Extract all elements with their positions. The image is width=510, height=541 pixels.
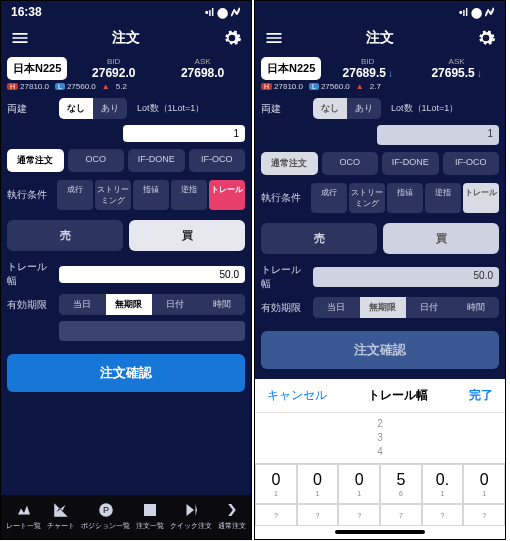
expiry-dated: 日付 — [406, 297, 453, 318]
tab-quick-order[interactable]: クイック注文 — [170, 501, 212, 531]
svg-text:P: P — [102, 505, 108, 515]
bid-price: 27692.0 — [71, 66, 156, 80]
gear-icon[interactable] — [221, 27, 243, 49]
exec-sashine: 指値 — [387, 183, 423, 213]
change-value: 5.2 — [116, 82, 127, 91]
exec-nariyuki[interactable]: 成行 — [57, 180, 93, 210]
exec-trail[interactable]: トレール — [209, 180, 245, 210]
picker-title: トレール幅 — [368, 387, 428, 404]
menu-icon[interactable] — [9, 27, 31, 49]
expiry-time[interactable]: 時間 — [199, 294, 246, 315]
low-value: 27560.0 — [67, 82, 96, 91]
page-title: 注文 — [112, 29, 140, 47]
sell-button: 売 — [261, 223, 377, 254]
expiry-label: 有効期限 — [261, 301, 309, 315]
ryodate-label: 両建 — [7, 102, 55, 116]
picker-wheel[interactable]: 2 3 4 — [255, 413, 505, 463]
ryodate-ari[interactable]: あり — [93, 98, 127, 119]
exec-streaming: ストリーミング — [349, 183, 385, 213]
sell-button[interactable]: 売 — [7, 220, 123, 251]
change-icon: ▲ — [356, 82, 364, 91]
ask-label: ASK — [160, 57, 245, 66]
picker-done[interactable]: 完了 — [469, 387, 493, 404]
ask-price: 27695.5↓ — [414, 66, 499, 80]
number-keypad[interactable]: 01 01 01 56 0.1 01 ? ? ? 7 ? ? — [255, 463, 505, 526]
ordtype-oco[interactable]: OCO — [68, 149, 125, 172]
ryodate-ari: あり — [347, 98, 381, 119]
status-icons: •ıl⬤🗲 — [205, 7, 241, 18]
ordtype-normal[interactable]: 通常注文 — [7, 149, 64, 172]
home-indicator — [335, 530, 425, 534]
symbol-selector[interactable]: 日本N225 — [261, 57, 321, 80]
exec-nariyuki: 成行 — [311, 183, 347, 213]
exec-gyakusashi: 逆指 — [425, 183, 461, 213]
lot-label: Lot数（1Lot=1） — [137, 102, 204, 115]
expiry-unlimited[interactable]: 無期限 — [106, 294, 153, 315]
bid-price: 27689.5↓ — [325, 66, 410, 80]
trail-label: トレール幅 — [7, 260, 55, 288]
bid-label: BID — [71, 57, 156, 66]
ordtype-normal: 通常注文 — [261, 152, 318, 175]
status-icons: •ıl⬤🗲 — [459, 7, 495, 18]
trail-label: トレール幅 — [261, 263, 309, 291]
tab-order-list[interactable]: 注文一覧 — [136, 501, 164, 531]
ordtype-oco: OCO — [322, 152, 379, 175]
high-badge: H — [261, 83, 272, 90]
high-value: 27810.0 — [274, 82, 303, 91]
picker-cancel[interactable]: キャンセル — [267, 387, 327, 404]
ordtype-ifoco: IF-OCO — [443, 152, 500, 175]
change-icon: ▲ — [102, 82, 110, 91]
ordtype-ifdone[interactable]: IF-DONE — [128, 149, 185, 172]
ordtype-ifdone: IF-DONE — [382, 152, 439, 175]
ryodate-label: 両建 — [261, 102, 309, 116]
expiry-label: 有効期限 — [7, 298, 55, 312]
ryodate-nashi: なし — [313, 98, 347, 119]
trail-input: 50.0 — [313, 267, 499, 287]
buy-button: 買 — [383, 223, 499, 254]
tab-normal-order[interactable]: 通常注文 — [218, 501, 246, 531]
buy-button[interactable]: 買 — [129, 220, 245, 251]
expiry-unlimited: 無期限 — [360, 297, 407, 318]
ask-price: 27698.0 — [160, 66, 245, 80]
change-value: 2.7 — [370, 82, 381, 91]
high-badge: H — [7, 83, 18, 90]
gear-icon[interactable] — [475, 27, 497, 49]
ask-label: ASK — [414, 57, 499, 66]
bid-label: BID — [325, 57, 410, 66]
confirm-button[interactable]: 注文確認 — [7, 354, 245, 392]
exec-sashine[interactable]: 指値 — [133, 180, 169, 210]
tab-rate-list[interactable]: レート一覧 — [6, 501, 41, 531]
menu-icon[interactable] — [263, 27, 285, 49]
expiry-dated[interactable]: 日付 — [152, 294, 199, 315]
status-time: 16:38 — [11, 5, 42, 19]
ryodate-nashi[interactable]: なし — [59, 98, 93, 119]
exec-gyakusashi[interactable]: 逆指 — [171, 180, 207, 210]
expiry-detail-input[interactable] — [59, 321, 245, 341]
low-badge: L — [55, 83, 65, 90]
high-value: 27810.0 — [20, 82, 49, 91]
symbol-selector[interactable]: 日本N225 — [7, 57, 67, 80]
low-value: 27560.0 — [321, 82, 350, 91]
expiry-time: 時間 — [453, 297, 500, 318]
tab-chart[interactable]: チャート — [47, 501, 75, 531]
exec-label: 執行条件 — [7, 188, 55, 202]
lot-input[interactable]: 1 — [123, 125, 245, 142]
expiry-today[interactable]: 当日 — [59, 294, 106, 315]
expiry-today: 当日 — [313, 297, 360, 318]
ordtype-ifoco[interactable]: IF-OCO — [189, 149, 246, 172]
confirm-button: 注文確認 — [261, 331, 499, 369]
tab-position[interactable]: Pポジション一覧 — [81, 501, 130, 531]
trail-input[interactable]: 50.0 — [59, 266, 245, 283]
exec-trail: トレール — [463, 183, 499, 213]
page-title: 注文 — [366, 29, 394, 47]
lot-label: Lot数（1Lot=1） — [391, 102, 458, 115]
lot-input: 1 — [377, 125, 499, 145]
exec-streaming[interactable]: ストリーミング — [95, 180, 131, 210]
low-badge: L — [309, 83, 319, 90]
exec-label: 執行条件 — [261, 191, 309, 205]
